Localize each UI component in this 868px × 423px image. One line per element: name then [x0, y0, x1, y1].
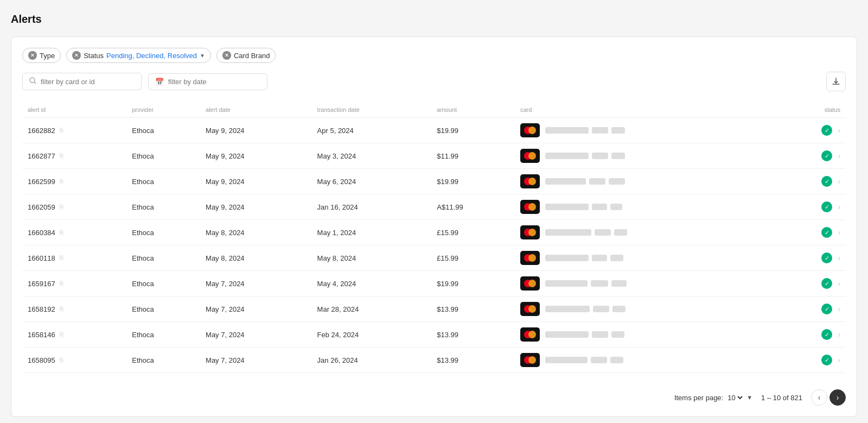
copy-icon[interactable]: ⎘	[60, 178, 63, 185]
table-row[interactable]: 1662059 ⎘ Ethoca May 9, 2024 Jan 16, 202…	[22, 194, 846, 220]
cell-tx-date: Apr 5, 2024	[312, 118, 432, 143]
table-row[interactable]: 1662877 ⎘ Ethoca May 9, 2024 May 3, 2024…	[22, 143, 846, 169]
copy-icon[interactable]: ⎘	[60, 254, 63, 262]
items-per-page-select[interactable]: 10 25 50	[725, 393, 744, 402]
table-row[interactable]: 1662599 ⎘ Ethoca May 9, 2024 May 6, 2024…	[22, 169, 846, 194]
pagination-next-button[interactable]: ›	[829, 389, 846, 406]
cell-tx-date: May 4, 2024	[312, 271, 432, 296]
row-chevron-icon[interactable]: ›	[838, 254, 840, 262]
card-expiry-blurred	[595, 229, 611, 236]
card-extra-blurred	[614, 229, 627, 236]
card-number-blurred	[545, 255, 589, 261]
col-alert-date: alert date	[200, 102, 312, 118]
copy-icon[interactable]: ⎘	[60, 305, 63, 313]
card-expiry-blurred	[593, 306, 609, 312]
cell-alert-id: 1662882 ⎘	[22, 118, 126, 143]
cell-alert-date: May 9, 2024	[200, 169, 312, 194]
card-info	[545, 127, 625, 134]
alerts-table: alert id provider alert date transaction…	[22, 102, 846, 373]
card-brand-icon	[520, 251, 540, 265]
cell-card	[515, 245, 779, 271]
card-info	[545, 331, 624, 338]
cell-tx-date: Jan 26, 2024	[312, 348, 432, 373]
row-chevron-icon[interactable]: ›	[838, 356, 840, 364]
table-row[interactable]: 1662882 ⎘ Ethoca May 9, 2024 Apr 5, 2024…	[22, 118, 846, 143]
row-chevron-icon[interactable]: ›	[838, 228, 840, 237]
card-brand-icon	[520, 302, 540, 316]
card-brand-icon	[520, 149, 540, 163]
download-button[interactable]	[826, 72, 846, 91]
table-row[interactable]: 1660384 ⎘ Ethoca May 8, 2024 May 1, 2024…	[22, 220, 846, 245]
row-chevron-icon[interactable]: ›	[838, 203, 840, 211]
card-info	[545, 306, 626, 312]
table-row[interactable]: 1658095 ⎘ Ethoca May 7, 2024 Jan 26, 202…	[22, 348, 846, 373]
pagination-row: Items per page: 10 25 50 ▼ 1 – 10 of 821…	[22, 384, 846, 406]
status-resolved-icon: ✓	[821, 355, 832, 365]
row-chevron-icon[interactable]: ›	[838, 279, 840, 288]
cell-provider: Ethoca	[126, 348, 200, 373]
card-brand-filter-chip[interactable]: ✕ Card Brand	[216, 48, 276, 63]
col-alert-id: alert id	[22, 102, 126, 118]
copy-icon[interactable]: ⎘	[60, 356, 63, 364]
date-filter-input[interactable]	[168, 78, 260, 86]
cell-alert-date: May 8, 2024	[200, 220, 312, 245]
cell-status: ✓ ›	[779, 143, 846, 169]
col-transaction-date: transaction date	[312, 102, 432, 118]
status-resolved-icon: ✓	[821, 201, 832, 212]
cell-alert-date: May 9, 2024	[200, 118, 312, 143]
row-chevron-icon[interactable]: ›	[838, 126, 840, 135]
cell-amount: $13.99	[431, 322, 515, 348]
alert-id-value: 1658095	[28, 356, 55, 364]
row-chevron-icon[interactable]: ›	[838, 151, 840, 160]
cell-alert-id: 1658192 ⎘	[22, 296, 126, 322]
card-extra-blurred	[610, 255, 623, 261]
copy-icon[interactable]: ⎘	[60, 331, 63, 338]
copy-icon[interactable]: ⎘	[60, 127, 63, 134]
type-filter-chip[interactable]: ✕ Type	[22, 48, 61, 63]
card-brand-icon	[520, 225, 540, 239]
copy-icon[interactable]: ⎘	[60, 203, 63, 211]
card-number-blurred	[545, 280, 588, 287]
card-search-input[interactable]	[41, 78, 135, 86]
dropdown-icon: ▼	[746, 394, 752, 401]
table-row[interactable]: 1658146 ⎘ Ethoca May 7, 2024 Feb 24, 202…	[22, 322, 846, 348]
copy-icon[interactable]: ⎘	[60, 152, 63, 160]
pagination-buttons: ‹ ›	[811, 389, 846, 406]
card-expiry-blurred	[592, 127, 608, 134]
main-card: ✕ Type ✕ Status Pending, Declined, Resol…	[11, 36, 857, 417]
type-filter-remove[interactable]: ✕	[28, 51, 37, 60]
card-number-blurred	[545, 153, 589, 159]
table-row[interactable]: 1660118 ⎘ Ethoca May 8, 2024 May 8, 2024…	[22, 245, 846, 271]
status-filter-label: Status	[84, 52, 104, 60]
status-filter-chip[interactable]: ✕ Status Pending, Declined, Resolved ▼	[66, 48, 211, 63]
table-row[interactable]: 1658192 ⎘ Ethoca May 7, 2024 Mar 28, 202…	[22, 296, 846, 322]
card-brand-filter-remove[interactable]: ✕	[222, 51, 231, 60]
cell-card	[515, 348, 779, 373]
cell-alert-date: May 7, 2024	[200, 296, 312, 322]
card-extra-blurred	[611, 153, 625, 159]
status-filter-remove[interactable]: ✕	[72, 51, 81, 60]
cell-card	[515, 220, 779, 245]
copy-icon[interactable]: ⎘	[60, 229, 63, 236]
row-chevron-icon[interactable]: ›	[838, 177, 840, 186]
alert-id-value: 1658146	[28, 331, 55, 339]
pagination-prev-button[interactable]: ‹	[811, 389, 827, 406]
copy-icon[interactable]: ⎘	[60, 280, 63, 287]
svg-line-1	[34, 82, 36, 84]
type-filter-label: Type	[40, 52, 55, 60]
table-header: alert id provider alert date transaction…	[22, 102, 846, 118]
col-provider: provider	[126, 102, 200, 118]
items-per-page: Items per page: 10 25 50 ▼	[674, 393, 752, 402]
row-chevron-icon[interactable]: ›	[838, 305, 840, 313]
card-brand-filter-label: Card Brand	[234, 52, 270, 60]
cell-alert-id: 1662877 ⎘	[22, 143, 126, 169]
card-extra-blurred	[610, 357, 623, 363]
card-brand-icon	[520, 276, 540, 291]
card-brand-icon	[520, 200, 540, 214]
row-chevron-icon[interactable]: ›	[838, 330, 840, 339]
cell-provider: Ethoca	[126, 118, 200, 143]
cell-provider: Ethoca	[126, 194, 200, 220]
cell-tx-date: Jan 16, 2024	[312, 194, 432, 220]
table-row[interactable]: 1659167 ⎘ Ethoca May 7, 2024 May 4, 2024…	[22, 271, 846, 296]
card-extra-blurred	[612, 306, 626, 312]
